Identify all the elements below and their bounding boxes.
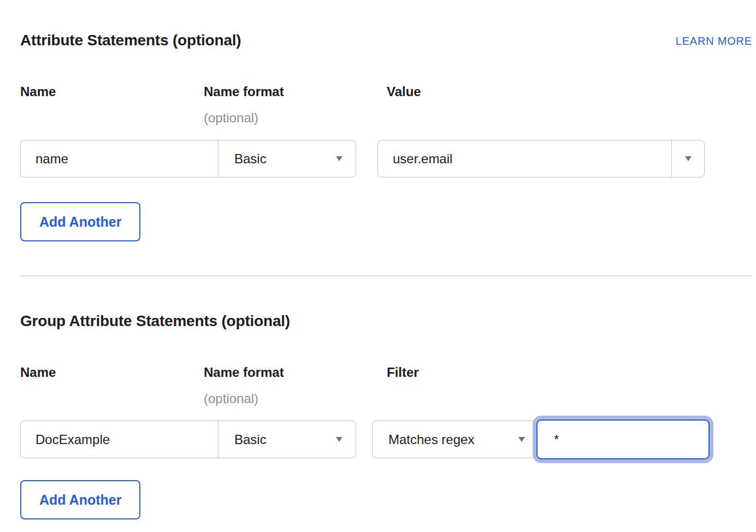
column-header-name-format: Name format [204,365,387,380]
attribute-column-headers: Name Name format Value [20,84,752,99]
add-another-group-attribute-button[interactable]: Add Another [20,480,140,519]
attribute-name-format-value: Basic [234,151,267,167]
group-name-format-value: Basic [234,432,267,447]
chevron-down-icon [518,437,525,442]
group-column-headers: Name Name format Filter [20,365,752,380]
group-filter-type-select[interactable]: Matches regex [373,421,538,458]
attribute-value-group [377,140,705,178]
attribute-statement-row: Basic [20,140,752,178]
column-header-name-format: Name format [204,84,387,99]
attribute-statements-header: Attribute Statements (optional) LEARN MO… [20,0,752,50]
group-column-subheaders: (optional) [20,391,752,406]
group-attribute-statements-title: Group Attribute Statements (optional) [20,311,290,331]
group-attribute-statements-section: Group Attribute Statements (optional) Na… [20,276,752,519]
chevron-down-icon [336,156,342,161]
add-another-attribute-button[interactable]: Add Another [20,202,140,241]
attribute-value-dropdown-button[interactable] [672,140,704,177]
group-filter-type-value: Matches regex [388,432,474,447]
column-header-value: Value [387,84,752,99]
name-format-optional-note: (optional) [204,110,387,126]
chevron-down-icon [336,437,342,442]
group-attribute-statements-header: Group Attribute Statements (optional) [20,276,752,331]
attribute-statements-title: Attribute Statements (optional) [20,31,241,50]
saml-attribute-settings-page: Attribute Statements (optional) LEARN MO… [0,0,756,532]
group-filter-value-input[interactable] [536,419,710,459]
group-name-input[interactable] [21,421,218,458]
group-filter-group: Matches regex [372,421,708,458]
attribute-name-format-group: Basic [20,140,356,178]
chevron-down-icon [685,156,692,161]
group-name-format-group: Basic [20,421,356,458]
attribute-statements-section: Attribute Statements (optional) LEARN MO… [20,0,752,241]
attribute-value-input[interactable] [378,140,672,177]
name-format-optional-note: (optional) [204,391,387,406]
attribute-name-input[interactable] [21,140,218,177]
group-name-format-select[interactable]: Basic [218,421,356,458]
learn-more-link[interactable]: LEARN MORE [676,35,752,48]
attribute-name-format-select[interactable]: Basic [218,140,356,177]
column-header-name: Name [20,84,204,99]
group-attribute-statement-row: Basic Matches regex [20,421,752,458]
column-header-filter: Filter [387,365,752,380]
attribute-column-subheaders: (optional) [20,110,752,126]
column-header-name: Name [20,365,204,380]
